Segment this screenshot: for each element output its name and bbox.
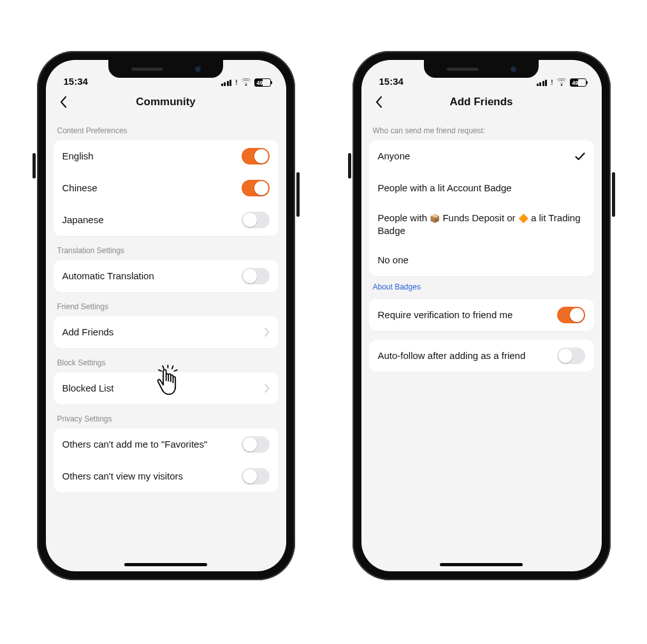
option-funds-trading-badge[interactable]: People with 📦 Funds Deposit or 🔶 a lit T… [369, 204, 594, 244]
chevron-right-icon [265, 328, 270, 337]
notch [424, 60, 539, 78]
row-label: Add Friends [62, 326, 265, 339]
toggle-auto-translation[interactable] [242, 268, 270, 284]
back-button[interactable] [55, 93, 73, 111]
section-content-preferences: Content Preferences [54, 116, 279, 140]
toggle-require-verification[interactable] [557, 307, 585, 323]
row-label: Auto-follow after adding as a friend [378, 349, 557, 362]
section-friend-settings: Friend Settings [54, 292, 279, 316]
row-label: Others can't view my visitors [62, 470, 242, 483]
row-label: Automatic Translation [62, 270, 242, 282]
back-button[interactable] [370, 93, 388, 111]
row-require-verification[interactable]: Require verification to friend me [369, 299, 594, 331]
text-part: Funds Deposit or [442, 212, 518, 223]
toggle-english[interactable] [242, 148, 270, 165]
trading-badge-icon: 🔶 [518, 214, 528, 223]
cellular-icon [537, 80, 548, 86]
row-label: English [62, 150, 242, 163]
row-label: Chinese [62, 182, 242, 194]
funds-badge-icon: 📦 [430, 214, 440, 223]
row-label: Japanese [62, 214, 242, 226]
status-time: 15:34 [64, 76, 88, 87]
option-anyone[interactable]: Anyone [369, 140, 594, 172]
option-no-one[interactable]: No one [369, 244, 594, 276]
phone-right-screen: 15:34 ! 49 Add Friends Who can send me f [361, 60, 602, 571]
row-label: Require verification to friend me [378, 309, 557, 321]
phone-right-frame: 15:34 ! 49 Add Friends Who can send me f [353, 51, 611, 580]
home-indicator[interactable] [124, 563, 207, 566]
row-auto-translation[interactable]: Automatic Translation [54, 260, 279, 292]
page-title: Add Friends [361, 96, 602, 108]
battery-icon: 49 [254, 78, 271, 87]
row-english[interactable]: English [54, 140, 279, 172]
toggle-chinese[interactable] [242, 180, 270, 196]
about-badges-link[interactable]: About Badges [369, 276, 594, 299]
toggle-japanese[interactable] [242, 212, 270, 228]
section-who-can-send: Who can send me friend request: [369, 116, 594, 140]
status-time: 15:34 [379, 76, 403, 87]
chevron-right-icon [265, 384, 270, 393]
toggle-visitors[interactable] [242, 468, 270, 485]
row-label: People with 📦 Funds Deposit or 🔶 a lit T… [378, 212, 585, 237]
row-blocked-list[interactable]: Blocked List [54, 372, 279, 404]
section-block-settings: Block Settings [54, 348, 279, 372]
phone-left-frame: 15:34 ! 49 Community Content Preferences [37, 51, 295, 580]
row-label: No one [378, 254, 585, 267]
home-indicator[interactable] [440, 563, 523, 566]
row-auto-follow[interactable]: Auto-follow after adding as a friend [369, 340, 594, 372]
signal-alert-icon: ! [235, 79, 237, 86]
notch [108, 60, 223, 78]
row-label: Blocked List [62, 382, 265, 395]
row-chinese[interactable]: Chinese [54, 172, 279, 204]
page-title: Community [46, 96, 286, 108]
check-icon [575, 152, 585, 161]
nav-bar: Community [46, 88, 286, 116]
row-japanese[interactable]: Japanese [54, 204, 279, 236]
row-label: People with a lit Account Badge [378, 182, 585, 194]
toggle-auto-follow[interactable] [557, 348, 585, 364]
text-part: People with [378, 212, 430, 223]
nav-bar: Add Friends [361, 88, 602, 116]
row-add-friends[interactable]: Add Friends [54, 316, 279, 348]
wifi-icon [556, 78, 567, 87]
wifi-icon [241, 78, 251, 87]
toggle-favorites[interactable] [242, 436, 270, 453]
section-privacy-settings: Privacy Settings [54, 404, 279, 428]
section-translation-settings: Translation Settings [54, 236, 279, 260]
battery-icon: 49 [570, 78, 586, 87]
signal-alert-icon: ! [551, 79, 553, 86]
row-favorites-privacy[interactable]: Others can't add me to "Favorites" [54, 428, 279, 460]
option-account-badge[interactable]: People with a lit Account Badge [369, 172, 594, 204]
row-visitors-privacy[interactable]: Others can't view my visitors [54, 460, 279, 492]
row-label: Anyone [378, 150, 575, 163]
cellular-icon [221, 80, 232, 86]
phone-left-screen: 15:34 ! 49 Community Content Preferences [46, 60, 286, 571]
row-label: Others can't add me to "Favorites" [62, 438, 242, 451]
